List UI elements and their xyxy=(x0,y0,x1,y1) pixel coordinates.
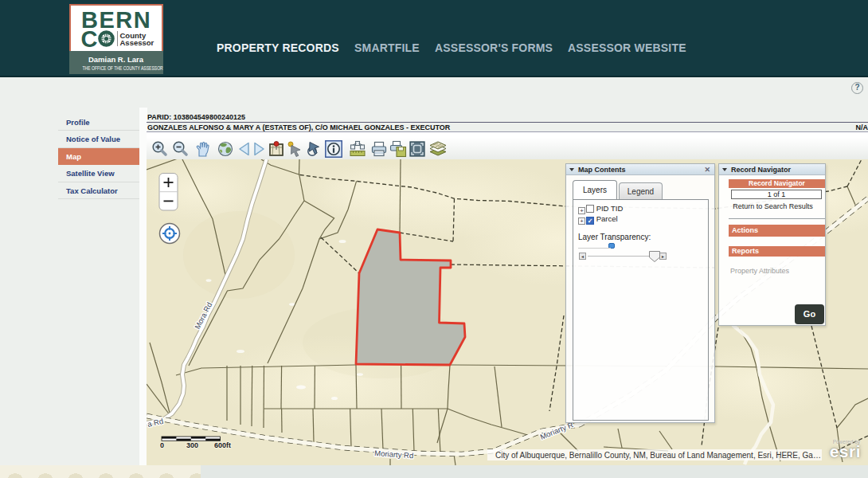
svg-text:600ft: 600ft xyxy=(214,441,231,449)
svg-text:0: 0 xyxy=(160,441,164,449)
svg-text:300: 300 xyxy=(186,441,198,449)
